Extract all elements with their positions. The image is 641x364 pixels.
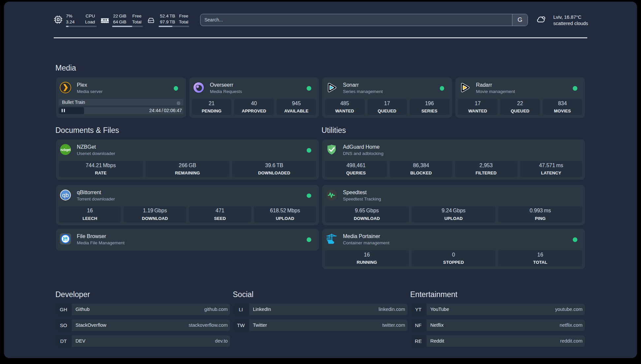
svg-text:qb: qb <box>62 192 69 198</box>
svg-text:nzbget: nzbget <box>61 148 71 152</box>
